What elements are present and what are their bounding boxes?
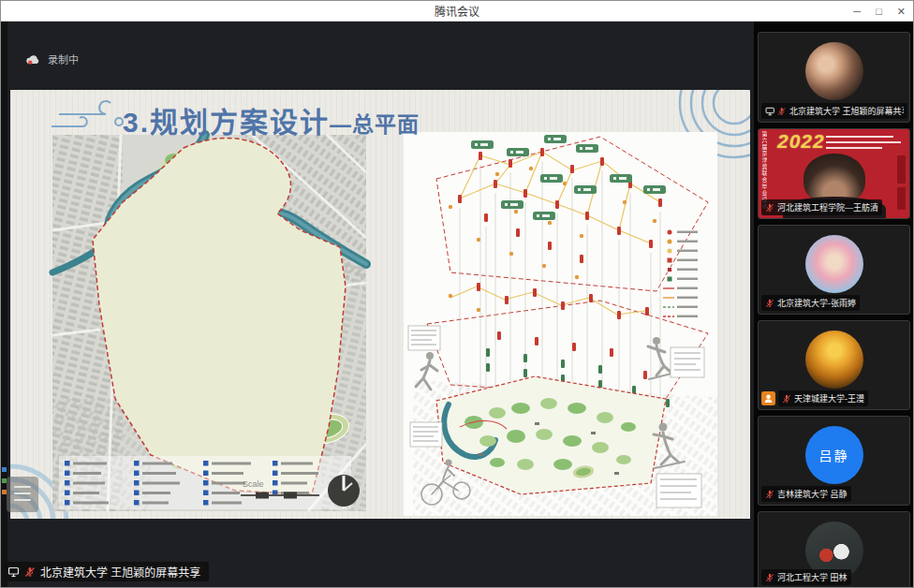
participant-tile-wangfangqing[interactable]: 第六届京津冀联合毕业设计 2022 河北建筑工程学院—王舫清 — [758, 128, 910, 219]
close-icon[interactable]: ✕ — [897, 1, 906, 22]
avatar: 吕静 — [805, 426, 863, 484]
avatar-initials: 吕静 — [819, 446, 849, 464]
slide-title-main: 3.规划方案设计 — [123, 107, 330, 138]
share-banner-text: 北京建筑大学 王旭颖的屏幕共享 — [40, 564, 200, 580]
meeting-window: 腾讯会议 ─ □ ✕ 录制中 — [0, 0, 914, 588]
recording-indicator: 录制中 — [25, 51, 79, 66]
meeting-main-area: 录制中 — [1, 22, 913, 587]
participant-tile-wangxuying[interactable]: 北京建筑大学 王旭颖的屏幕共享 — [758, 32, 910, 123]
slide-graphics: Scale — [10, 90, 750, 519]
mic-muted-icon — [765, 573, 774, 582]
slide-title: 3.规划方案设计—总平面 — [123, 99, 420, 140]
mic-muted-icon — [765, 490, 774, 499]
participant-tile-lvjing[interactable]: 吕静 吉林建筑大学 吕静 — [758, 416, 910, 506]
participant-name: 河北建筑工程学院—王舫清 — [777, 201, 878, 213]
screen-share-icon — [7, 566, 20, 578]
participant-tile-tianlin[interactable]: 河北工程大学 田林 — [758, 511, 910, 588]
poster-side-text — [897, 155, 906, 184]
maximize-icon[interactable]: □ — [876, 1, 882, 22]
participant-name: 北京建筑大学-张雨婷 — [777, 297, 856, 309]
participant-name: 吉林建筑大学 吕静 — [777, 488, 848, 500]
host-badge-icon — [761, 391, 775, 405]
participant-name: 天津城建大学-王漫 — [794, 392, 864, 404]
avatar — [805, 235, 863, 293]
participant-tile-zhangyuting[interactable]: 北京建筑大学-张雨婷 — [758, 225, 910, 315]
map-legend — [59, 456, 351, 509]
mic-muted-icon — [24, 566, 36, 578]
north-compass — [328, 475, 360, 507]
mic-muted-icon — [782, 394, 791, 404]
slide-panel-toggle-button[interactable] — [7, 477, 38, 512]
recording-label: 录制中 — [48, 51, 79, 66]
thumb-dot — [2, 467, 7, 472]
cloud-record-icon — [25, 53, 41, 66]
window-titlebar: 腾讯会议 ─ □ ✕ — [1, 1, 913, 22]
screen-share-icon — [765, 107, 774, 116]
cloud-motif-decoration — [52, 101, 123, 126]
shared-screen-slide[interactable]: Scale — [10, 90, 750, 519]
screen-share-banner: 北京建筑大学 王旭颖的屏幕共享 — [3, 562, 209, 581]
mic-muted-icon — [777, 107, 787, 116]
participant-sidebar: 北京建筑大学 王旭颖的屏幕共享 第六届京津冀联合毕业设计 2022 — [754, 22, 913, 587]
mic-muted-icon — [765, 203, 774, 213]
mic-muted-icon — [765, 299, 774, 308]
master-plan-map — [52, 135, 366, 511]
poster-side-text — [897, 187, 906, 210]
minimize-icon[interactable]: ─ — [853, 1, 861, 22]
poster-year: 2022 — [777, 130, 825, 153]
participant-name: 北京建筑大学 王旭颖的屏幕共享 — [789, 105, 904, 117]
avatar — [805, 331, 863, 389]
scale-label: Scale — [243, 479, 264, 489]
participant-name: 河北工程大学 田林 — [777, 571, 848, 583]
axonometric-analysis-diagram — [404, 132, 717, 516]
avatar — [805, 42, 863, 100]
window-title: 腾讯会议 — [435, 3, 479, 19]
participant-tile-wangman[interactable]: 天津城建大学-王漫 — [758, 320, 910, 410]
slide-title-suffix: —总平面 — [330, 112, 420, 137]
